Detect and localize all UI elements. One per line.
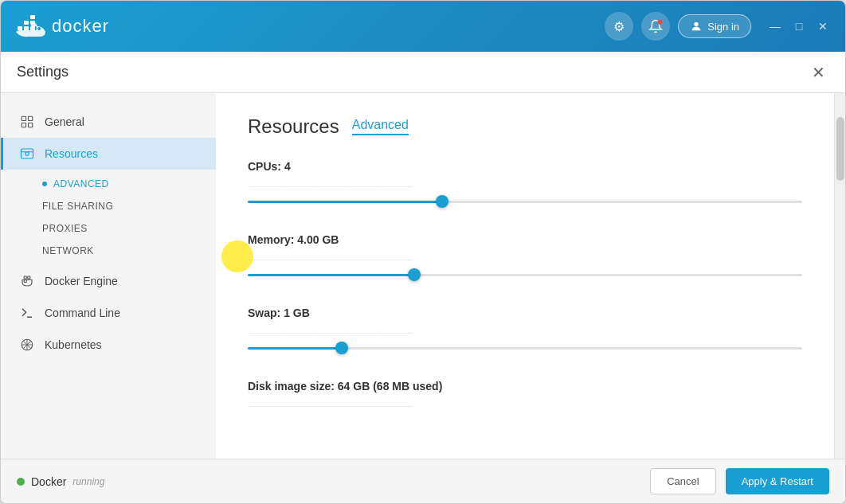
svg-rect-9 [22, 116, 25, 120]
swap-label: Swap: 1 GB [248, 307, 802, 319]
sidebar-docker-engine-label: Docker Engine [45, 275, 118, 287]
sidebar-sub-menu: ADVANCED FILE SHARING PROXIES NETWORK [1, 170, 216, 265]
titlebar-close-button[interactable]: ✕ [813, 17, 832, 36]
docker-engine-icon [19, 273, 35, 289]
apply-restart-button[interactable]: Apply & Restart [726, 468, 829, 494]
app-logo: docker [14, 10, 109, 42]
sidebar-general-label: General [45, 115, 84, 128]
proxies-label: PROXIES [42, 223, 88, 234]
app-window: docker ⚙ Sign in — □ ✕ Settings ✕ [0, 0, 846, 504]
resources-header: Resources Advanced [248, 115, 802, 138]
svg-rect-17 [28, 276, 30, 279]
file-sharing-label: FILE SHARING [42, 201, 113, 212]
swap-section: Swap: 1 GB ·····························… [248, 307, 802, 356]
cpus-slider-thumb[interactable] [436, 195, 448, 208]
svg-rect-3 [24, 21, 29, 25]
sidebar-item-command-line[interactable]: Command Line [1, 297, 216, 329]
disk-label: Disk image size: 64 GB (68 MB used) [248, 380, 802, 393]
svg-rect-1 [24, 26, 29, 30]
sidebar-sub-network[interactable]: NETWORK [1, 240, 216, 262]
footer-app-name: Docker [31, 475, 66, 488]
scrollbar[interactable] [834, 93, 845, 459]
app-name-label: docker [52, 16, 109, 37]
sidebar-item-docker-engine[interactable]: Docker Engine [1, 265, 216, 297]
titlebar-actions: ⚙ Sign in — □ ✕ [605, 12, 832, 41]
scroll-thumb[interactable] [836, 117, 844, 181]
svg-point-14 [25, 152, 29, 156]
svg-point-6 [37, 27, 41, 30]
footer: Docker running Cancel Apply & Restart [1, 459, 845, 503]
cpus-slider-wrapper: ········································… [248, 182, 802, 209]
footer-status-text: running [72, 476, 104, 487]
svg-point-8 [695, 22, 699, 26]
swap-slider-wrapper: ········································… [248, 329, 802, 356]
command-line-icon [19, 305, 35, 321]
cancel-button[interactable]: Cancel [650, 468, 715, 494]
sidebar: General Resources ADVANCED FILE SHARING [1, 93, 216, 459]
memory-label: Memory: 4.00 GB [248, 233, 802, 246]
advanced-label: ADVANCED [53, 178, 109, 189]
cpus-section: CPUs: 4 ································… [248, 160, 802, 209]
footer-actions: Cancel Apply & Restart [650, 468, 829, 494]
memory-section: Memory: 4.00 GB ························… [248, 233, 802, 283]
settings-close-button[interactable]: ✕ [807, 61, 829, 84]
network-label: NETWORK [42, 245, 94, 256]
docker-whale-icon [14, 10, 45, 42]
sidebar-item-resources[interactable]: Resources [1, 138, 216, 170]
window-controls: — □ ✕ [766, 17, 832, 36]
svg-rect-13 [22, 149, 33, 158]
settings-title: Settings [17, 64, 69, 80]
notification-icon-button[interactable] [641, 12, 670, 41]
active-dot [42, 182, 47, 186]
sidebar-command-line-label: Command Line [45, 307, 120, 319]
sidebar-sub-advanced[interactable]: ADVANCED [1, 173, 216, 195]
svg-rect-16 [24, 276, 26, 279]
minimize-button[interactable]: — [766, 17, 785, 36]
settings-header: Settings ✕ [1, 52, 845, 93]
content-area: Resources Advanced CPUs: 4 ·············… [216, 93, 834, 459]
svg-rect-12 [29, 123, 33, 127]
svg-rect-0 [18, 26, 22, 30]
disk-section: Disk image size: 64 GB (68 MB used) ····… [248, 380, 802, 410]
swap-slider-thumb[interactable] [335, 342, 348, 354]
sidebar-sub-proxies[interactable]: PROXIES [1, 217, 216, 240]
status-dot [17, 478, 25, 486]
sign-in-button[interactable]: Sign in [678, 14, 751, 38]
settings-icon-button[interactable]: ⚙ [605, 12, 633, 41]
svg-rect-5 [30, 15, 35, 19]
titlebar: docker ⚙ Sign in — □ ✕ [1, 1, 845, 52]
svg-rect-2 [30, 26, 35, 30]
svg-rect-18 [24, 280, 26, 283]
maximize-button[interactable]: □ [789, 17, 809, 36]
status-area: Docker running [17, 475, 104, 488]
sidebar-sub-file-sharing[interactable]: FILE SHARING [1, 195, 216, 217]
resources-section-title: Resources [248, 115, 339, 138]
svg-rect-11 [22, 123, 25, 127]
cpus-label: CPUs: 4 [248, 160, 802, 173]
sidebar-item-kubernetes[interactable]: Kubernetes [1, 329, 216, 361]
svg-point-7 [658, 20, 663, 25]
memory-slider-thumb[interactable] [408, 268, 421, 281]
main-content: General Resources ADVANCED FILE SHARING [1, 93, 845, 459]
sidebar-kubernetes-label: Kubernetes [45, 338, 102, 351]
content-inner: Resources Advanced CPUs: 4 ·············… [216, 93, 834, 459]
general-icon [19, 114, 35, 130]
sidebar-item-general[interactable]: General [1, 106, 216, 138]
resources-icon [19, 146, 35, 162]
memory-slider-wrapper: ········································… [248, 256, 802, 283]
kubernetes-icon [19, 337, 35, 353]
svg-rect-10 [29, 116, 33, 120]
sidebar-resources-label: Resources [45, 147, 98, 160]
advanced-tab[interactable]: Advanced [352, 118, 409, 135]
